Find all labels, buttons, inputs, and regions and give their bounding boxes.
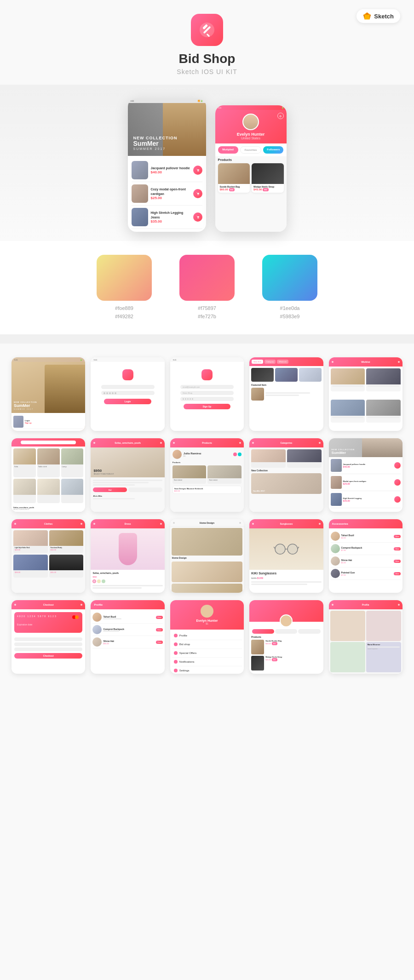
acc-view-btn-3[interactable]: View [394,560,401,563]
svg-point-12 [198,195,199,195]
screens-section: 9:41 🔋 New collection SumMer SUMMER 2017 [0,344,414,695]
screen-new-shop: Categories New Collection SumMer 2 [249,438,323,512]
cvv-input[interactable] [14,648,82,651]
menu-item-bidshop[interactable]: Bid shop [172,640,242,649]
furniture-search[interactable] [21,441,76,444]
heart-icon[interactable] [233,453,237,456]
cart-btn-3[interactable] [193,212,202,222]
cart-btn-2[interactable] [193,189,202,198]
acc-view-btn-2[interactable]: View [394,547,401,550]
login-logo [122,369,133,380]
pp-tab-2[interactable] [275,629,297,634]
signup-email-field[interactable]: email@example.com [180,385,234,389]
login-password-field[interactable] [101,391,155,395]
new-items-grid [251,368,321,382]
color-yellow-opt[interactable] [97,579,101,583]
clothes-body: Light Style Halter Neck $28.00 Functiona… [12,528,85,593]
furniture-header [12,438,85,447]
product-card-img-2 [252,163,284,184]
screens-row-2: Sofa Table cloth Lamp [12,438,402,512]
pl-btn-1[interactable]: View [156,616,163,619]
coll-cart-2[interactable] [394,479,401,486]
signup-button[interactable]: Sign Up [184,404,230,409]
menu-item-settings[interactable]: Settings [172,666,242,674]
clothes-grid: Light Style Halter Neck $28.00 Functiona… [13,530,83,578]
menu-items-list: Profile Bid shop Special Offers Notifica… [170,630,244,674]
color-pink-opt[interactable] [92,579,96,583]
product-item-2: Cozy modal open-front cardigan $25.00 [132,182,202,206]
furn-bid-btn[interactable]: Bid [93,487,127,492]
signup-logo [201,369,213,380]
pp-tab-1[interactable] [252,629,274,634]
svg-marker-4 [365,15,370,19]
sketch-badge: Sketch [356,9,400,23]
pp-tabs [249,629,323,634]
interior-header: Home Design [170,519,244,527]
color-green-opt[interactable] [102,579,105,583]
product-card-1: Suede Bucket Bag $60.00 BID [218,163,250,193]
login-button[interactable]: Login [104,399,151,404]
cat-cell-3 [299,368,322,382]
coll-hero: New collection SumMer [329,438,402,457]
screen-fashion: 9:41 🔋 New collection SumMer SUMMER 2017 [12,357,85,431]
coll-item-1: Jacquard pullover hoodie $40.00 [331,459,401,474]
color-pink-label: #f75897 #fe727b [179,304,235,321]
exp-date-input[interactable] [14,642,82,646]
login-username-field[interactable] [101,385,155,389]
menu-item-offers[interactable]: Special Offers [172,649,242,658]
acc-view-btn-1[interactable]: View [394,535,401,538]
screen-profile-menu: Evelyn Hunter $1 Profile Bid shop Specia… [170,600,244,674]
cat-tag-category[interactable]: Category [264,360,276,364]
signup-password-field[interactable] [180,397,234,401]
furn-save-btn[interactable] [128,487,162,492]
screen-clothes: Clothes Light Style Halter Neck $28.00 [12,519,85,593]
product-thumb-2 [132,184,148,203]
cart-btn-1[interactable] [193,166,202,175]
pl-btn-2[interactable]: View [156,628,163,631]
fs-cell-3: Lamp [61,448,84,477]
screen-signup: 9:41 email@example.com Given Shop [170,357,244,431]
tab-mutipled[interactable]: Mutipled [218,146,238,154]
profile2-grid: Maria Bloomer Laura Carpenter [330,611,401,672]
palette-section: #foe889 #f49282 #f75897 #fe727b #1ee0da … [0,241,414,334]
profile-section: Evelyn Hunter United States ⚙ [215,110,287,143]
checkout-button[interactable]: Checkout [14,653,82,659]
screen-dress: Dress Sofas, armchairs, poufs $950 [91,519,164,593]
screen-collection-2: New collection SumMer Jacquard pullover … [329,438,402,512]
pp-prod-row-2: Wedge Heels Strap $45.00 BID [251,656,321,671]
cat-tag-whatever[interactable]: Whatever [277,360,288,364]
new-shop-body: New Collection SumMer 2017 [249,447,323,512]
menu-item-notifications[interactable]: Notifications [172,658,242,666]
settings-icon[interactable]: ⚙ [277,113,284,119]
cat-tag-new[interactable]: New 3in1 [252,360,263,364]
p2-cell-4: Maria Bloomer Laura Carpenter [366,642,401,672]
signup-name-field[interactable]: Given Shop [180,391,234,395]
screen-furniture-detail: Sofas, armchairs, poufs $950 SELECT FUNC… [91,438,164,512]
card-num-input[interactable] [14,637,82,641]
products-grid: Suede Bucket Bag $60.00 BID Wedge Heels … [218,163,284,193]
menu-user-name: Evelyn Hunter [173,619,241,622]
svg-point-9 [197,171,198,172]
pd-item-2: Saver strainer [207,465,242,484]
pl-btn-3[interactable]: View [156,641,163,644]
coll-cart-3[interactable] [394,496,401,503]
tab-favorites[interactable]: Favorites [240,146,261,154]
clothes-item-4: $35.00 [49,555,84,578]
svg-point-10 [198,171,199,172]
tab-followers[interactable]: Followers [263,146,283,154]
profile-name: Evelyn Hunter [219,132,283,137]
acc-view-btn-4[interactable]: View [394,572,401,575]
wish-item-3 [331,400,365,423]
pp-tab-3[interactable] [298,629,320,634]
sun-header: Sunglasses [249,519,323,528]
menu-item-profile[interactable]: Profile [172,631,242,640]
coll-cart-1[interactable] [394,462,401,469]
cart-icon[interactable] [238,453,242,456]
sun-description [249,581,323,588]
categories-body: Featured Item [249,366,323,431]
ns-hero: SumMer 2017 [251,473,321,494]
product-info-1: Jacquard pullover hoodie $40.00 [151,166,190,174]
dress-header: Dress [91,519,164,528]
wish-item-1 [331,368,365,391]
checkout-card: 4920 1234 5678 9123 Expiration date [14,612,82,633]
